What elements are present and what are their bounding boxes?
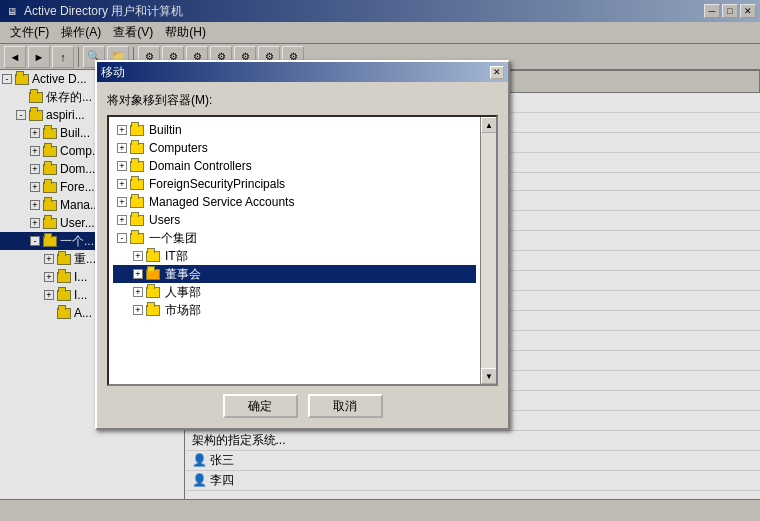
scrollbar-track[interactable] — [481, 133, 496, 368]
modal-tree-expander[interactable]: + — [133, 305, 143, 315]
modal-tree-item[interactable]: +Domain Controllers — [113, 157, 476, 175]
modal-tree-item[interactable]: -一个集团 — [113, 229, 476, 247]
modal-tree-expander[interactable]: + — [133, 287, 143, 297]
modal-folder-icon — [129, 194, 145, 210]
modal-folder-icon — [129, 140, 145, 156]
modal-folder-icon — [129, 176, 145, 192]
modal-folder-icon — [145, 248, 161, 264]
modal-tree-item[interactable]: +市场部 — [113, 301, 476, 319]
modal-tree-item[interactable]: +董事会 — [113, 265, 476, 283]
modal-tree-label: Computers — [149, 141, 208, 155]
modal-folder-icon — [129, 212, 145, 228]
modal-tree-item[interactable]: +Users — [113, 211, 476, 229]
scrollbar-up-button[interactable]: ▲ — [481, 117, 497, 133]
modal-tree-item[interactable]: +人事部 — [113, 283, 476, 301]
modal-folder-icon — [129, 158, 145, 174]
modal-tree-label: Domain Controllers — [149, 159, 252, 173]
modal-tree-item[interactable]: +Managed Service Accounts — [113, 193, 476, 211]
modal-title-bar: 移动 ✕ — [97, 62, 508, 82]
modal-tree-expander[interactable]: + — [117, 197, 127, 207]
modal-tree-label: 董事会 — [165, 266, 201, 283]
modal-close-button[interactable]: ✕ — [490, 66, 504, 79]
modal-folder-icon — [145, 302, 161, 318]
modal-tree-label: 一个集团 — [149, 230, 197, 247]
modal-tree-scroll: +Builtin+Computers+Domain Controllers+Fo… — [109, 117, 480, 384]
modal-tree-label: 人事部 — [165, 284, 201, 301]
modal-folder-icon — [145, 266, 161, 282]
modal-folder-icon — [129, 122, 145, 138]
scrollbar-down-button[interactable]: ▼ — [481, 368, 497, 384]
modal-tree-expander[interactable]: + — [117, 125, 127, 135]
modal-tree-label: ForeignSecurityPrincipals — [149, 177, 285, 191]
modal-tree-label: 市场部 — [165, 302, 201, 319]
modal-tree-label: Managed Service Accounts — [149, 195, 294, 209]
modal-button-row: 确定 取消 — [107, 394, 498, 418]
modal-overlay: 移动 ✕ 将对象移到容器(M): +Builtin+Computers+Doma… — [0, 0, 760, 521]
cancel-button[interactable]: 取消 — [308, 394, 383, 418]
modal-instruction: 将对象移到容器(M): — [107, 92, 498, 109]
confirm-button[interactable]: 确定 — [223, 394, 298, 418]
modal-tree-expander[interactable]: + — [117, 161, 127, 171]
modal-tree-expander[interactable]: + — [133, 269, 143, 279]
modal-tree-item[interactable]: +IT部 — [113, 247, 476, 265]
modal-tree-expander[interactable]: + — [117, 179, 127, 189]
modal-title: 移动 — [101, 64, 490, 81]
modal-tree-expander[interactable]: + — [133, 251, 143, 261]
modal-tree-label: IT部 — [165, 248, 188, 265]
modal-tree-container: +Builtin+Computers+Domain Controllers+Fo… — [107, 115, 498, 386]
modal-tree-expander[interactable]: - — [117, 233, 127, 243]
modal-dialog: 移动 ✕ 将对象移到容器(M): +Builtin+Computers+Doma… — [95, 60, 510, 430]
modal-scrollbar[interactable]: ▲ ▼ — [480, 117, 496, 384]
modal-folder-icon — [129, 230, 145, 246]
modal-tree-item[interactable]: +ForeignSecurityPrincipals — [113, 175, 476, 193]
modal-tree-expander[interactable]: + — [117, 215, 127, 225]
modal-tree-item[interactable]: +Builtin — [113, 121, 476, 139]
modal-tree-label: Users — [149, 213, 180, 227]
modal-tree-expander[interactable]: + — [117, 143, 127, 153]
modal-tree-label: Builtin — [149, 123, 182, 137]
modal-folder-icon — [145, 284, 161, 300]
modal-body: 将对象移到容器(M): +Builtin+Computers+Domain Co… — [97, 82, 508, 428]
modal-tree-item[interactable]: +Computers — [113, 139, 476, 157]
